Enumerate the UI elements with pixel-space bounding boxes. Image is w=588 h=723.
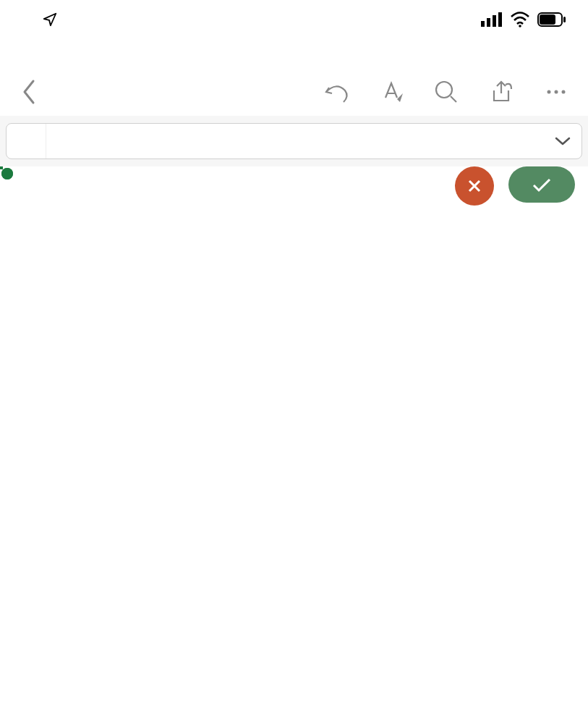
svg-rect-6	[540, 14, 555, 25]
confirm-button[interactable]	[508, 166, 575, 203]
more-button[interactable]	[539, 75, 574, 109]
battery-icon	[537, 12, 566, 27]
formula-input[interactable]	[46, 124, 544, 158]
svg-point-9	[547, 90, 551, 94]
wifi-icon	[510, 12, 530, 28]
cell-selection	[0, 166, 3, 169]
status-left	[36, 12, 58, 28]
formula-expand-button[interactable]	[553, 131, 573, 151]
svg-rect-1	[487, 18, 490, 27]
back-button[interactable]	[14, 76, 43, 108]
toolbar	[0, 68, 588, 116]
svg-point-8	[436, 82, 452, 98]
formula-bar-wrap	[0, 116, 588, 166]
svg-rect-2	[493, 15, 496, 27]
svg-point-10	[555, 90, 558, 94]
search-button[interactable]	[429, 75, 464, 109]
title-row	[0, 39, 588, 68]
edit-action-buttons	[455, 166, 575, 206]
status-bar	[0, 0, 588, 39]
undo-button[interactable]	[319, 75, 354, 109]
font-color-button[interactable]	[374, 75, 409, 109]
svg-rect-3	[498, 12, 502, 27]
cancel-button[interactable]	[455, 166, 494, 206]
formula-bar[interactable]	[6, 123, 582, 159]
cellular-icon	[481, 12, 503, 27]
status-right	[481, 12, 566, 28]
svg-rect-0	[481, 21, 485, 27]
share-button[interactable]	[484, 75, 519, 109]
svg-point-4	[519, 25, 521, 28]
location-icon	[42, 12, 58, 28]
svg-rect-7	[563, 17, 566, 22]
selection-handle-br[interactable]	[1, 168, 13, 179]
svg-point-11	[562, 90, 566, 94]
